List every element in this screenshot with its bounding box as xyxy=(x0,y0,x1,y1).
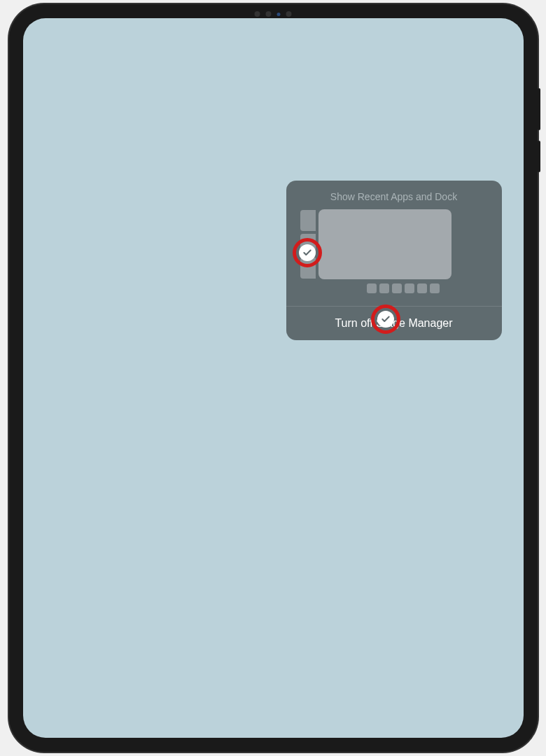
dock-app-icon xyxy=(392,284,402,293)
layout-preview-area xyxy=(286,209,502,306)
dock-app-icon xyxy=(430,284,440,293)
ipad-device-frame: Show Recent Apps and Dock xyxy=(9,4,538,752)
camera-dot-icon xyxy=(277,13,281,16)
popup-title: Show Recent Apps and Dock xyxy=(286,181,502,209)
sensor-dot-icon xyxy=(266,11,272,17)
dock-app-icon xyxy=(405,284,414,293)
dock-preview xyxy=(318,284,488,293)
dock-app-icon xyxy=(379,284,389,293)
sensor-dot-icon xyxy=(255,11,260,17)
recent-app-thumbnail-icon xyxy=(300,210,316,231)
dock-app-icon xyxy=(417,284,427,293)
ipad-camera-notch xyxy=(255,11,292,17)
volume-up-button[interactable] xyxy=(538,88,540,130)
main-app-window-icon xyxy=(318,209,451,279)
dock-app-icon xyxy=(367,284,377,293)
checkmark-icon xyxy=(381,314,391,324)
checkmark-icon xyxy=(302,248,312,258)
ipad-screen: Show Recent Apps and Dock xyxy=(23,18,524,738)
stage-manager-popup: Show Recent Apps and Dock xyxy=(286,181,502,340)
recent-apps-toggle[interactable] xyxy=(299,244,316,261)
stage-manager-preview xyxy=(300,209,488,279)
volume-down-button[interactable] xyxy=(538,141,540,172)
sensor-dot-icon xyxy=(286,11,292,17)
dock-toggle[interactable] xyxy=(377,311,394,328)
